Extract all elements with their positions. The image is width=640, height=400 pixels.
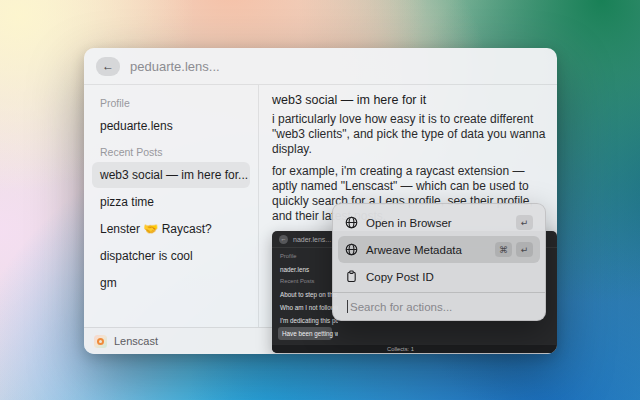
post-title: web3 social — im here for it: [272, 92, 557, 108]
sidebar-item-post-2[interactable]: Lenster 🤝 Raycast?: [92, 216, 250, 242]
screenshot-list-item: Who am I not following: [278, 301, 332, 314]
back-button[interactable]: ←: [96, 57, 120, 76]
screenshot-list-item: I'm dedicating this pos...: [278, 314, 332, 327]
globe-icon: [345, 216, 358, 229]
return-key-badge: ↵: [516, 242, 533, 257]
window-header: ← peduarte.lens...: [84, 48, 557, 85]
actions-search-placeholder: Search for actions...: [350, 301, 452, 313]
screenshot-list-item: Have been getting way...: [278, 327, 332, 340]
return-key-badge: ↵: [516, 215, 533, 230]
screenshot-list-item: nader.lens: [278, 263, 332, 276]
clipboard-icon: [345, 270, 358, 283]
action-arweave-metadata[interactable]: Arweave Metadata ⌘ ↵: [338, 236, 540, 263]
text-caret: [347, 300, 348, 313]
back-arrow-icon: ←: [102, 59, 114, 73]
globe-icon: [345, 243, 358, 256]
screenshot-section-label: Recent Posts: [278, 276, 332, 288]
post-paragraph: i particularly love how easy it is to cr…: [272, 112, 549, 157]
screenshot-collects-stat: Collects: 1: [387, 346, 414, 352]
action-label: Arweave Metadata: [366, 244, 462, 256]
search-query-text[interactable]: peduarte.lens...: [130, 59, 220, 74]
raycast-window: ← peduarte.lens... Profile peduarte.lens…: [84, 48, 557, 354]
extension-name: Lenscast: [114, 335, 158, 347]
sidebar-item-post-3[interactable]: dispatcher is cool: [92, 243, 250, 269]
action-copy-post-id[interactable]: Copy Post ID: [338, 263, 540, 290]
lenscast-extension-icon: [94, 335, 107, 348]
actions-panel: Open in Browser ↵ Arweave Metadata ⌘ ↵: [332, 203, 546, 321]
screenshot-section-label: Profile: [278, 251, 332, 263]
screenshot-query-text: nader.lens...: [293, 236, 331, 243]
command-key-badge: ⌘: [495, 242, 512, 257]
sidebar-item-post-4[interactable]: gm: [92, 270, 250, 296]
screenshot-list-item: About to step on this s...: [278, 288, 332, 301]
screenshot-sidebar: Profile nader.lens Recent Posts About to…: [272, 248, 338, 343]
sidebar-item-post-1[interactable]: pizza time: [92, 189, 250, 215]
desktop-background: ← peduarte.lens... Profile peduarte.lens…: [0, 0, 640, 400]
screenshot-back-arrow-icon: ←: [279, 235, 288, 244]
sidebar: Profile peduarte.lens Recent Posts web3 …: [84, 85, 259, 327]
sidebar-item-profile[interactable]: peduarte.lens: [92, 113, 250, 139]
section-label-profile: Profile: [92, 91, 250, 112]
action-label: Copy Post ID: [366, 271, 434, 283]
action-label: Open in Browser: [366, 217, 452, 229]
sidebar-item-post-0[interactable]: web3 social — im here for...: [92, 162, 250, 188]
actions-search-input[interactable]: Search for actions...: [338, 293, 540, 320]
screenshot-footer: Collects: 1: [272, 344, 557, 353]
section-label-recent-posts: Recent Posts: [92, 140, 250, 161]
action-open-in-browser[interactable]: Open in Browser ↵: [338, 209, 540, 236]
